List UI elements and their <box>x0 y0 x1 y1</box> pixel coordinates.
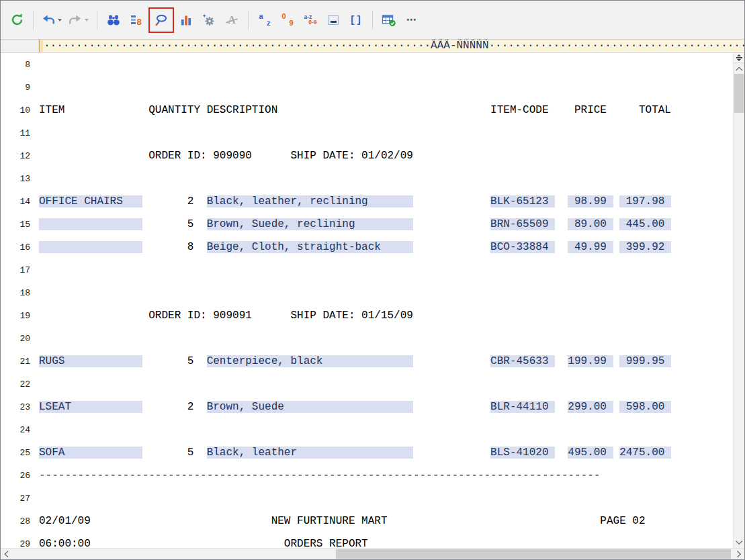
scroll-up-button[interactable] <box>734 63 744 74</box>
chevron-down-icon <box>736 538 742 544</box>
ruler-text[interactable]: ········································… <box>44 40 744 52</box>
sort-alpha-button[interactable]: a z <box>254 9 275 32</box>
lasso-button[interactable] <box>150 9 172 32</box>
scroll-right-button[interactable] <box>734 549 744 559</box>
field-highlight[interactable]: BLS-41020 <box>490 447 555 459</box>
more-options-button[interactable]: ••• <box>401 9 423 32</box>
scroll-left-button[interactable] <box>1 549 11 559</box>
goto-record-button[interactable]: 8 <box>126 9 147 32</box>
report-line-text[interactable]: ORDER ID: 909090 SHIP DATE: 01/02/09 <box>39 150 413 162</box>
vertical-scroll-thumb[interactable] <box>734 74 744 113</box>
line-number: 29 <box>1 539 39 549</box>
field-highlight[interactable]: Centerpiece, black <box>207 355 413 367</box>
field-highlight[interactable]: 98.99 <box>568 195 613 207</box>
refresh-button[interactable] <box>6 9 28 32</box>
report-text <box>613 218 620 230</box>
report-line-text[interactable]: RUGS 5 Centerpiece, black CBR-45633 199.… <box>39 355 671 368</box>
scroll-down-button[interactable] <box>734 537 744 548</box>
field-highlight[interactable]: BLR-44110 <box>490 401 555 413</box>
table-check-button[interactable] <box>378 9 400 32</box>
field-highlight[interactable]: CBR-45633 <box>490 355 555 367</box>
report-line-text[interactable]: LSEAT 2 Brown, Suede BLR-44110 299.00 59… <box>39 401 671 414</box>
report-text <box>555 401 568 413</box>
sort-alphanumeric-icon: a-z 0-9 <box>304 13 317 26</box>
field-highlight[interactable]: 197.98 <box>619 195 671 207</box>
settings-button[interactable] <box>198 9 220 32</box>
report-line: 25SOFA 5 Black, leather BLS-41020 495.00… <box>1 441 733 464</box>
report-line: 19 ORDER ID: 909091 SHIP DATE: 01/15/09 <box>1 304 733 327</box>
report-line-text[interactable]: OFFICE CHAIRS 2 Black, leather, reclinin… <box>39 195 671 208</box>
sort-numeric-button[interactable]: 0 9 <box>277 9 298 32</box>
field-highlight[interactable]: BCO-33884 <box>490 241 555 253</box>
field-highlight[interactable]: Black, leather, reclining <box>207 195 413 207</box>
report-line: 10ITEM QUANTITY DESCRIPTION ITEM-CODE PR… <box>1 99 733 122</box>
field-highlight[interactable]: 598.00 <box>619 401 671 413</box>
field-highlight[interactable]: 999.95 <box>619 355 671 367</box>
field-highlight[interactable]: SOFA <box>39 447 142 459</box>
report-line-text[interactable]: ORDER ID: 909091 SHIP DATE: 01/15/09 <box>39 310 413 322</box>
undo-button[interactable] <box>39 9 64 32</box>
report-text: 2 <box>142 195 207 207</box>
horizontal-scroll-thumb[interactable] <box>336 549 731 559</box>
report-text: ORDER ID: 909090 SHIP DATE: 01/02/09 <box>39 150 413 162</box>
field-highlight[interactable]: 445.00 <box>619 218 671 230</box>
report-line: 11 <box>1 122 733 144</box>
ruler-corner <box>1 40 39 52</box>
sort-alphanumeric-button[interactable]: a-z 0-9 <box>300 9 321 32</box>
svg-text:8: 8 <box>137 16 142 26</box>
field-highlight[interactable]: 199.99 <box>568 355 613 367</box>
report-text <box>613 241 620 253</box>
field-highlight[interactable]: 49.99 <box>568 241 613 253</box>
field-highlight[interactable]: RUGS <box>39 355 142 367</box>
brackets-button[interactable]: [] <box>345 9 367 32</box>
report-text: 2 <box>142 401 207 413</box>
highlight-annotation-box <box>148 7 174 33</box>
report-line: 9 <box>1 76 733 99</box>
split-handle[interactable] <box>734 53 744 63</box>
field-highlight[interactable]: 89.00 <box>568 218 613 230</box>
field-highlight[interactable]: BLK-65123 <box>490 195 555 207</box>
chevron-up-icon <box>736 66 742 73</box>
field-highlight[interactable] <box>39 241 142 253</box>
vertical-scrollbar[interactable] <box>733 53 744 548</box>
horizontal-scrollbar[interactable] <box>1 548 744 559</box>
report-line-text[interactable]: ITEM QUANTITY DESCRIPTION ITEM-CODE PRIC… <box>39 104 671 117</box>
field-highlight[interactable]: LSEAT <box>39 401 142 413</box>
underscore-button[interactable] <box>322 9 344 32</box>
field-highlight[interactable]: Beige, Cloth, straight-back <box>207 241 413 253</box>
field-highlight[interactable]: 2475.00 <box>619 447 671 459</box>
report-line-text[interactable]: ----------------------------------------… <box>39 469 600 482</box>
field-highlight[interactable]: 399.92 <box>619 241 671 253</box>
find-button[interactable] <box>103 9 124 32</box>
line-number: 11 <box>1 128 39 138</box>
field-highlight[interactable]: 495.00 <box>568 447 613 459</box>
field-highlight[interactable]: 299.00 <box>568 401 613 413</box>
report-line-text[interactable]: 02/01/09 NEW FURTINURE MART PAGE 02 <box>39 515 646 528</box>
report-line-text[interactable]: SOFA 5 Black, leather BLS-41020 495.00 2… <box>39 447 671 459</box>
vertical-scroll-track[interactable] <box>734 74 744 537</box>
undo-dropdown-caret-icon[interactable] <box>58 19 62 21</box>
report-line-text[interactable]: 5 Brown, Suede, reclining BRN-65509 89.0… <box>39 218 671 231</box>
report-text: 5 <box>142 218 207 230</box>
font-button[interactable]: A <box>221 9 243 32</box>
field-highlight[interactable]: Brown, Suede, reclining <box>207 218 413 230</box>
horizontal-scroll-track[interactable] <box>11 549 734 559</box>
chart-button[interactable] <box>175 9 197 32</box>
toolbar-separator <box>248 11 249 30</box>
line-number: 14 <box>1 197 39 207</box>
field-highlight[interactable]: BRN-65509 <box>490 218 555 230</box>
line-number: 20 <box>1 334 39 344</box>
report-text: 8 <box>142 241 207 253</box>
redo-button[interactable] <box>66 9 91 32</box>
field-highlight[interactable]: OFFICE CHAIRS <box>39 195 142 207</box>
field-highlight[interactable]: Black, leather <box>207 447 413 459</box>
line-number: 23 <box>1 402 39 412</box>
report-line: 2906:00:00 ORDERS REPORT <box>1 532 733 548</box>
field-highlight[interactable] <box>39 218 142 230</box>
field-highlight[interactable]: Brown, Suede <box>207 401 413 413</box>
report-line-text[interactable]: 06:00:00 ORDERS REPORT <box>39 538 368 549</box>
redo-dropdown-caret-icon[interactable] <box>85 19 89 21</box>
report-text <box>555 447 568 459</box>
line-number: 25 <box>1 448 39 458</box>
report-line-text[interactable]: 8 Beige, Cloth, straight-back BCO-33884 … <box>39 241 671 254</box>
